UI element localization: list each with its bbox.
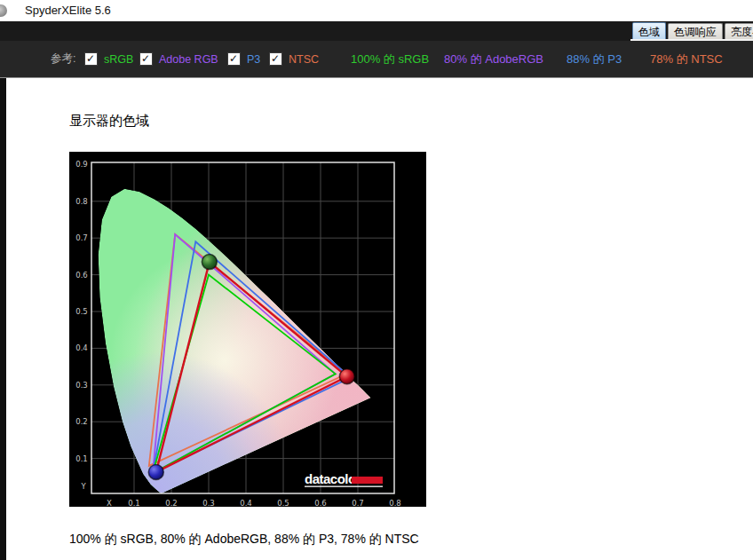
display-primary-marker-green (202, 255, 217, 270)
checkbox-group-srgb[interactable]: sRGB (84, 41, 133, 77)
svg-text:0.7: 0.7 (352, 499, 364, 507)
content-area: 显示器的色域 0.10.20.30.40.50.60.70.80.9Y0.10.… (0, 78, 753, 560)
coverage-readout-srgb: 100% 的 sRGB (351, 41, 429, 77)
svg-text:Y: Y (80, 482, 86, 491)
svg-text:0.3: 0.3 (202, 499, 215, 507)
svg-text:0.6: 0.6 (75, 271, 88, 280)
coverage-readout-ntsc: 78% 的 NTSC (650, 41, 723, 77)
svg-text:0.5: 0.5 (277, 499, 289, 507)
adobergb-checkbox[interactable] (139, 52, 153, 66)
svg-text:0.4: 0.4 (75, 343, 88, 352)
svg-text:0.3: 0.3 (75, 381, 88, 390)
ntsc-checkbox[interactable] (269, 52, 282, 66)
reference-toolbar: 参考: sRGB Adobe RGB P3 NTSC 100% 的 sRGB 8… (0, 41, 753, 78)
window-title: SpyderXElite 5.6 (25, 0, 111, 21)
display-primary-marker-red (339, 369, 354, 384)
coverage-summary: 100% 的 sRGB, 80% 的 AdobeRGB, 88% 的 P3, 7… (69, 532, 419, 548)
checkbox-group-adobergb[interactable]: Adobe RGB (139, 41, 218, 77)
svg-text:0.1: 0.1 (128, 499, 140, 507)
adobergb-checkbox-label[interactable]: Adobe RGB (159, 53, 218, 66)
spectral-locus (99, 189, 371, 493)
svg-text:0.1: 0.1 (75, 454, 88, 463)
svg-text:0.2: 0.2 (165, 499, 178, 507)
svg-text:0.8: 0.8 (75, 197, 88, 206)
coverage-readout-p3: 88% 的 P3 (567, 41, 622, 77)
p3-checkbox-label[interactable]: P3 (247, 53, 260, 66)
left-edge-border (0, 78, 6, 560)
srgb-checkbox[interactable] (84, 52, 98, 66)
checkbox-group-p3[interactable]: P3 (227, 41, 260, 77)
tab-bar: 色域 色调响应 亮度与 (632, 22, 753, 41)
display-primary-marker-blue (148, 464, 163, 479)
p3-checkbox[interactable] (227, 52, 241, 66)
app-icon (0, 4, 7, 17)
tab-tone-response[interactable]: 色调响应 (668, 23, 723, 41)
spyderx-window: SpyderXElite 5.6 色域 色调响应 亮度与 参考: sRGB Ad… (0, 0, 753, 560)
cie-chromaticity-diagram: 0.10.20.30.40.50.60.70.80.9Y0.10.20.30.4… (69, 152, 426, 507)
ntsc-checkbox-label[interactable]: NTSC (289, 53, 319, 66)
svg-text:0.6: 0.6 (314, 499, 327, 507)
checkbox-group-ntsc[interactable]: NTSC (269, 41, 319, 77)
datacolor-logo: datacolor (305, 471, 383, 487)
svg-text:0.4: 0.4 (240, 499, 252, 507)
svg-text:0.8: 0.8 (389, 499, 401, 507)
svg-text:0.9: 0.9 (75, 160, 88, 169)
coverage-readout-adobergb: 80% 的 AdobeRGB (444, 41, 543, 77)
svg-text:0.7: 0.7 (75, 233, 88, 242)
title-bar: SpyderXElite 5.6 (0, 0, 753, 21)
reference-label: 参考: (51, 41, 75, 77)
tab-brightness[interactable]: 亮度与 (725, 23, 753, 41)
svg-text:0.2: 0.2 (75, 417, 88, 426)
menu-strip: 色域 色调响应 亮度与 (0, 21, 753, 41)
page-title: 显示器的色域 (69, 113, 149, 130)
gamut-chart: 0.10.20.30.40.50.60.70.80.9Y0.10.20.30.4… (69, 152, 426, 507)
tab-gamut[interactable]: 色域 (632, 22, 666, 41)
svg-text:0.5: 0.5 (75, 307, 88, 316)
svg-text:X: X (107, 499, 112, 507)
srgb-checkbox-label[interactable]: sRGB (104, 53, 133, 66)
